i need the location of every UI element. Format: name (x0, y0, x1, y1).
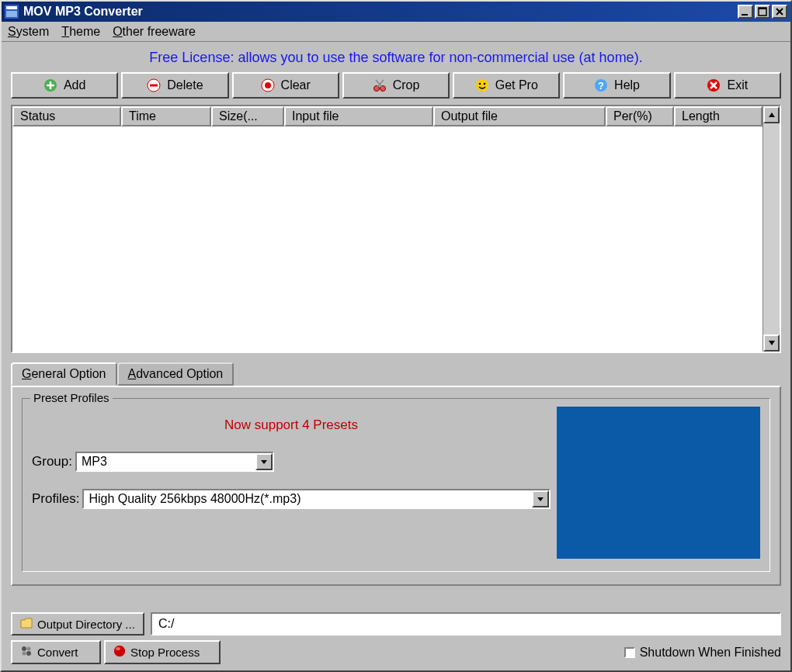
profiles-select[interactable]: High Quality 256kbps 48000Hz(*.mp3) (82, 489, 551, 509)
close-button[interactable] (772, 5, 787, 19)
clear-icon (261, 78, 275, 92)
help-icon: ? (594, 78, 608, 92)
menu-theme[interactable]: Theme (61, 25, 100, 39)
preset-message: Now support 4 Presets (32, 417, 551, 433)
svg-rect-5 (759, 8, 766, 9)
smiley-icon (475, 78, 489, 92)
list-body[interactable] (12, 126, 762, 352)
add-icon (43, 78, 57, 92)
profiles-value: High Quality 256kbps 48000Hz(*.mp3) (89, 492, 300, 506)
clear-button[interactable]: Clear (232, 72, 339, 99)
menubar: System Theme Other freeware (2, 22, 790, 42)
chevron-down-icon (255, 453, 273, 470)
output-path-field[interactable]: C:/ (151, 612, 781, 636)
group-select[interactable]: MP3 (75, 452, 274, 472)
exit-icon (707, 78, 721, 92)
svg-point-11 (373, 86, 379, 92)
col-input[interactable]: Input file (284, 106, 433, 126)
folder-icon (20, 618, 33, 631)
file-list[interactable]: Status Time Size(... Input file Output f… (12, 106, 762, 352)
preset-legend: Preset Profiles (30, 391, 113, 404)
scroll-up-button[interactable] (763, 106, 780, 123)
group-label: Group: (32, 454, 72, 469)
stop-button[interactable]: Stop Process (104, 640, 221, 664)
crop-icon (373, 78, 387, 92)
tab-advanced[interactable]: Advanced Option (117, 362, 234, 386)
svg-point-22 (27, 647, 31, 651)
col-output[interactable]: Output file (433, 106, 606, 126)
col-time[interactable]: Time (121, 106, 211, 126)
svg-point-25 (116, 647, 120, 650)
vertical-scrollbar[interactable] (762, 106, 780, 352)
scroll-track[interactable] (763, 123, 780, 334)
tab-general[interactable]: General Option (11, 362, 117, 386)
group-value: MP3 (82, 455, 107, 469)
tab-panel-general: Preset Profiles Now support 4 Presets Gr… (11, 386, 781, 586)
menu-other[interactable]: Other freeware (113, 25, 196, 39)
option-tabs: General Option Advanced Option (11, 362, 781, 386)
exit-button[interactable]: Exit (674, 72, 781, 99)
app-icon (5, 5, 19, 19)
chevron-down-icon (532, 490, 549, 507)
svg-point-24 (114, 646, 125, 656)
svg-point-21 (23, 652, 26, 656)
svg-point-15 (483, 83, 485, 85)
output-directory-button[interactable]: Output Directory ... (11, 612, 144, 636)
app-window: MOV MP3 Converter System Theme Other fre… (0, 0, 792, 672)
delete-button[interactable]: Delete (121, 72, 228, 99)
col-length[interactable]: Length (674, 106, 762, 126)
svg-rect-2 (6, 11, 17, 17)
shutdown-label: Shutdown When Finished (640, 646, 781, 660)
svg-point-10 (265, 82, 271, 88)
svg-rect-8 (150, 85, 158, 87)
svg-point-13 (476, 79, 488, 92)
crop-button[interactable]: Crop (342, 72, 450, 99)
window-title: MOV MP3 Converter (23, 5, 143, 19)
svg-rect-1 (6, 6, 17, 9)
profiles-label: Profiles: (32, 491, 79, 507)
maximize-button[interactable] (755, 5, 770, 19)
col-size[interactable]: Size(... (211, 106, 284, 126)
menu-system[interactable]: System (8, 25, 49, 39)
col-status[interactable]: Status (12, 106, 121, 126)
shutdown-checkbox[interactable] (624, 647, 635, 658)
convert-icon (20, 645, 33, 660)
svg-point-20 (26, 651, 31, 656)
col-per[interactable]: Per(%) (606, 106, 674, 126)
toolbar: Add Delete Clear Crop Get Pro ? Help Exi… (2, 72, 790, 105)
svg-rect-3 (742, 14, 748, 16)
license-banner: Free License: allows you to use the soft… (2, 42, 790, 72)
svg-point-12 (380, 86, 385, 92)
list-header: Status Time Size(... Input file Output f… (12, 106, 762, 126)
help-button[interactable]: ? Help (563, 72, 670, 99)
titlebar: MOV MP3 Converter (2, 2, 790, 22)
delete-icon (147, 78, 161, 92)
svg-point-19 (22, 646, 26, 651)
stop-icon (113, 645, 126, 660)
convert-button[interactable]: Convert (11, 640, 101, 664)
minimize-button[interactable] (738, 5, 753, 19)
add-button[interactable]: Add (11, 72, 118, 99)
preset-profiles-group: Preset Profiles Now support 4 Presets Gr… (22, 398, 770, 572)
scroll-down-button[interactable] (763, 334, 780, 352)
preview-panel (557, 407, 760, 559)
svg-text:?: ? (598, 80, 604, 92)
svg-point-14 (478, 83, 481, 85)
getpro-button[interactable]: Get Pro (453, 72, 560, 99)
